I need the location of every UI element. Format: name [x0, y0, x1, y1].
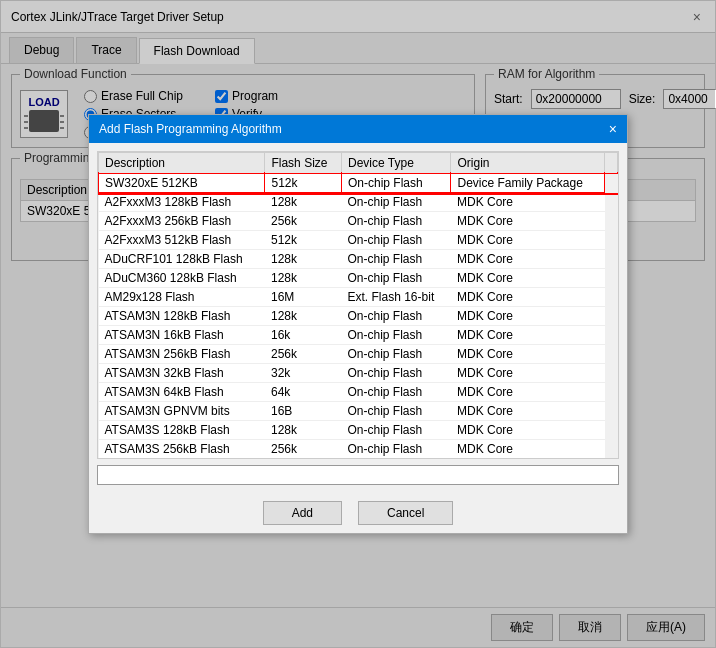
- modal-row-flash-size: 32k: [265, 364, 342, 383]
- modal-col-origin: Origin: [451, 153, 605, 174]
- modal-row-origin: MDK Core: [451, 364, 605, 383]
- modal-row-description: ATSAM3S 128kB Flash: [99, 421, 265, 440]
- modal-title: Add Flash Programming Algorithm: [99, 122, 282, 136]
- modal-row-flash-size: 128k: [265, 421, 342, 440]
- modal-table-row[interactable]: ATSAM3N 128kB Flash 128k On-chip Flash M…: [99, 307, 618, 326]
- modal-row-description: ATSAM3S 256kB Flash: [99, 440, 265, 459]
- modal-row-origin: Device Family Package: [451, 174, 605, 193]
- modal-table-row[interactable]: ADuCM360 128kB Flash 128k On-chip Flash …: [99, 269, 618, 288]
- modal-table-row[interactable]: SW320xE 512KB 512k On-chip Flash Device …: [99, 174, 618, 193]
- add-flash-algorithm-modal: Add Flash Programming Algorithm × Descri…: [88, 114, 628, 534]
- modal-row-origin: MDK Core: [451, 288, 605, 307]
- modal-row-description: ATSAM3N 32kB Flash: [99, 364, 265, 383]
- modal-col-flash-size: Flash Size: [265, 153, 342, 174]
- modal-row-flash-size: 16B: [265, 402, 342, 421]
- modal-row-device-type: On-chip Flash: [342, 459, 451, 460]
- modal-row-flash-size: 512k: [265, 459, 342, 460]
- modal-row-device-type: On-chip Flash: [342, 402, 451, 421]
- modal-row-device-type: On-chip Flash: [342, 345, 451, 364]
- modal-row-description: ADuCRF101 128kB Flash: [99, 250, 265, 269]
- modal-row-device-type: On-chip Flash: [342, 307, 451, 326]
- modal-table-row[interactable]: ATSAM3N GPNVM bits 16B On-chip Flash MDK…: [99, 402, 618, 421]
- modal-row-flash-size: 64k: [265, 383, 342, 402]
- modal-table-container[interactable]: Description Flash Size Device Type Origi…: [97, 151, 619, 459]
- modal-table-row[interactable]: A2FxxxM3 128kB Flash 128k On-chip Flash …: [99, 193, 618, 212]
- modal-table-row[interactable]: ADuCRF101 128kB Flash 128k On-chip Flash…: [99, 250, 618, 269]
- modal-row-description: A2FxxxM3 128kB Flash: [99, 193, 265, 212]
- modal-col-scroll: [605, 153, 618, 174]
- modal-row-flash-size: 512k: [265, 174, 342, 193]
- modal-row-origin: MDK Core: [451, 326, 605, 345]
- modal-row-description: A2FxxxM3 256kB Flash: [99, 212, 265, 231]
- modal-row-origin: MDK Core: [451, 307, 605, 326]
- modal-overlay: Add Flash Programming Algorithm × Descri…: [1, 1, 715, 647]
- modal-row-flash-size: 128k: [265, 193, 342, 212]
- main-window: Cortex JLink/JTrace Target Driver Setup …: [0, 0, 716, 648]
- modal-row-origin: MDK Core: [451, 440, 605, 459]
- modal-row-device-type: On-chip Flash: [342, 364, 451, 383]
- modal-row-description: ATSAM3S 512kB Flash: [99, 459, 265, 460]
- modal-row-origin: MDK Core: [451, 269, 605, 288]
- modal-row-origin: MDK Core: [451, 212, 605, 231]
- modal-row-device-type: On-chip Flash: [342, 383, 451, 402]
- modal-row-device-type: On-chip Flash: [342, 250, 451, 269]
- modal-row-description: ATSAM3N 128kB Flash: [99, 307, 265, 326]
- modal-row-description: ATSAM3N 64kB Flash: [99, 383, 265, 402]
- modal-row-description: AM29x128 Flash: [99, 288, 265, 307]
- modal-row-flash-size: 128k: [265, 250, 342, 269]
- modal-row-origin: MDK Core: [451, 345, 605, 364]
- modal-table-row[interactable]: ATSAM3N 16kB Flash 16k On-chip Flash MDK…: [99, 326, 618, 345]
- modal-table-row[interactable]: ATSAM3S 128kB Flash 128k On-chip Flash M…: [99, 421, 618, 440]
- modal-row-description: A2FxxxM3 512kB Flash: [99, 231, 265, 250]
- modal-row-origin: MDK Core: [451, 402, 605, 421]
- modal-table-row[interactable]: ATSAM3N 256kB Flash 256k On-chip Flash M…: [99, 345, 618, 364]
- modal-col-device-type: Device Type: [342, 153, 451, 174]
- modal-row-device-type: Ext. Flash 16-bit: [342, 288, 451, 307]
- modal-row-device-type: On-chip Flash: [342, 269, 451, 288]
- modal-cancel-button[interactable]: Cancel: [358, 501, 453, 525]
- modal-row-origin: MDK Core: [451, 193, 605, 212]
- modal-table-row[interactable]: AM29x128 Flash 16M Ext. Flash 16-bit MDK…: [99, 288, 618, 307]
- modal-row-flash-size: 128k: [265, 307, 342, 326]
- modal-row-device-type: On-chip Flash: [342, 174, 451, 193]
- modal-table-row[interactable]: ATSAM3N 32kB Flash 32k On-chip Flash MDK…: [99, 364, 618, 383]
- modal-row-origin: MDK Core: [451, 421, 605, 440]
- modal-row-flash-size: 16M: [265, 288, 342, 307]
- modal-row-device-type: On-chip Flash: [342, 212, 451, 231]
- modal-row-device-type: On-chip Flash: [342, 231, 451, 250]
- modal-row-origin: MDK Core: [451, 459, 605, 460]
- modal-add-button[interactable]: Add: [263, 501, 342, 525]
- modal-close-button[interactable]: ×: [609, 121, 617, 137]
- modal-row-flash-size: 256k: [265, 440, 342, 459]
- modal-row-flash-size: 128k: [265, 269, 342, 288]
- modal-table-row[interactable]: ATSAM3N 64kB Flash 64k On-chip Flash MDK…: [99, 383, 618, 402]
- modal-row-flash-size: 256k: [265, 212, 342, 231]
- modal-table-row[interactable]: A2FxxxM3 512kB Flash 512k On-chip Flash …: [99, 231, 618, 250]
- modal-row-flash-size: 16k: [265, 326, 342, 345]
- modal-row-device-type: On-chip Flash: [342, 193, 451, 212]
- modal-row-origin: MDK Core: [451, 231, 605, 250]
- modal-row-device-type: On-chip Flash: [342, 440, 451, 459]
- modal-row-device-type: On-chip Flash: [342, 421, 451, 440]
- modal-row-description: ADuCM360 128kB Flash: [99, 269, 265, 288]
- modal-row-device-type: On-chip Flash: [342, 326, 451, 345]
- modal-table-row[interactable]: A2FxxxM3 256kB Flash 256k On-chip Flash …: [99, 212, 618, 231]
- modal-row-flash-size: 256k: [265, 345, 342, 364]
- modal-row-origin: MDK Core: [451, 250, 605, 269]
- modal-body: Description Flash Size Device Type Origi…: [89, 143, 627, 493]
- modal-search-input[interactable]: [97, 465, 619, 485]
- modal-col-description: Description: [99, 153, 265, 174]
- modal-row-flash-size: 512k: [265, 231, 342, 250]
- modal-row-origin: MDK Core: [451, 383, 605, 402]
- modal-table: Description Flash Size Device Type Origi…: [98, 152, 618, 459]
- modal-row-description: SW320xE 512KB: [99, 174, 265, 193]
- modal-row-description: ATSAM3N 16kB Flash: [99, 326, 265, 345]
- modal-table-row[interactable]: ATSAM3S 512kB Flash 512k On-chip Flash M…: [99, 459, 618, 460]
- modal-row-description: ATSAM3N 256kB Flash: [99, 345, 265, 364]
- modal-footer: Add Cancel: [89, 493, 627, 533]
- modal-table-row[interactable]: ATSAM3S 256kB Flash 256k On-chip Flash M…: [99, 440, 618, 459]
- modal-title-bar: Add Flash Programming Algorithm ×: [89, 115, 627, 143]
- modal-row-description: ATSAM3N GPNVM bits: [99, 402, 265, 421]
